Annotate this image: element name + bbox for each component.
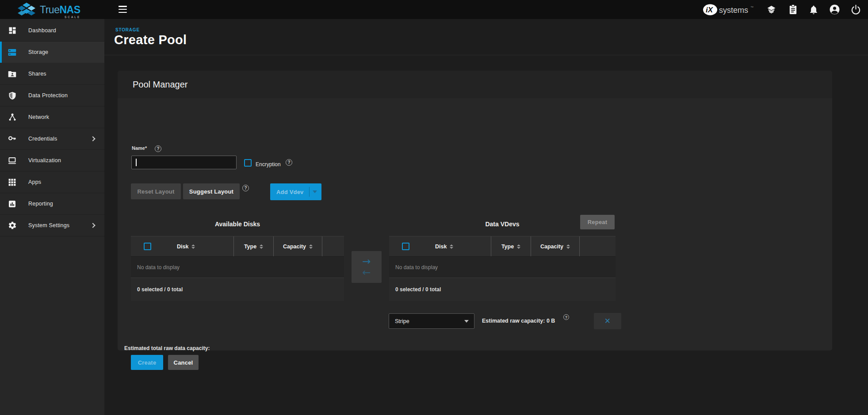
table-header-row: Disk Type Capacity <box>389 236 616 256</box>
storage-icon <box>8 48 17 57</box>
reporting-chart-icon <box>8 199 17 209</box>
sidebar-item-label: Data Protection <box>28 92 68 99</box>
move-right-arrow-button[interactable]: → <box>362 256 371 267</box>
reset-layout-button[interactable]: Reset Layout <box>131 183 181 199</box>
vdev-layout-select[interactable]: Stripe <box>389 313 474 329</box>
remove-vdev-button[interactable]: ✕ <box>594 313 621 329</box>
sort-icon <box>260 244 263 249</box>
shares-folder-icon <box>8 69 17 79</box>
sidebar-item-network[interactable]: Network <box>0 107 104 128</box>
notifications-bell-icon[interactable] <box>809 3 818 16</box>
logo-nas: NAS <box>59 4 80 15</box>
gear-icon <box>8 221 17 230</box>
move-left-arrow-button[interactable]: ← <box>362 267 371 278</box>
sort-icon <box>191 244 195 249</box>
encryption-checkbox[interactable] <box>244 159 252 167</box>
dashboard-icon <box>8 26 17 35</box>
empty-state-row: No data to display <box>389 256 616 278</box>
sidebar-item-dashboard[interactable]: Dashboard <box>0 20 104 42</box>
sidebar-item-label: Apps <box>28 179 41 185</box>
column-header-type[interactable]: Type <box>233 236 273 256</box>
column-header-type[interactable]: Type <box>491 236 531 256</box>
sidebar-item-label: Network <box>28 114 49 120</box>
repeat-button[interactable]: Repeat <box>580 215 615 229</box>
sidebar-item-label: Virtualization <box>28 157 61 164</box>
data-vdevs-title-row: Data VDevs Repeat <box>389 212 616 236</box>
layout-help-icon[interactable] <box>242 185 249 191</box>
main-content: STORAGE Create Pool Pool Manager Name* E… <box>104 19 868 415</box>
logo-true: True <box>40 4 59 15</box>
sort-icon <box>517 244 520 249</box>
logo-scale: SCALE <box>65 16 80 19</box>
card-header: Pool Manager <box>118 71 832 98</box>
truenas-logo-text: TrueNAS SCALE <box>40 2 80 19</box>
available-disks-title: Available Disks <box>215 221 260 228</box>
sidebar-item-data-protection[interactable]: Data Protection <box>0 85 104 107</box>
available-disks-title-row: Available Disks <box>131 212 344 236</box>
sidebar-item-system-settings[interactable]: System Settings <box>0 215 104 236</box>
button-split-divider <box>309 187 310 197</box>
sidebar-item-shares[interactable]: Shares <box>0 63 104 85</box>
text-caret <box>136 159 137 166</box>
power-icon[interactable] <box>851 3 861 16</box>
disk-transfer-controls: → ← <box>352 251 382 283</box>
truenas-logo[interactable]: TrueNAS SCALE <box>17 2 80 19</box>
estimated-total-label: Estimated total raw data capacity: <box>124 345 210 351</box>
encryption-label: Encryption <box>256 161 281 168</box>
capacity-help-icon[interactable] <box>563 314 569 320</box>
pool-manager-card: Pool Manager Name* Encryption Reset Layo… <box>118 71 832 350</box>
svg-text:systems: systems <box>719 5 748 14</box>
sidebar-item-label: Shares <box>28 71 46 77</box>
suggest-layout-button[interactable]: Suggest Layout <box>183 183 240 199</box>
cancel-button[interactable]: Cancel <box>168 355 199 370</box>
table-header-row: Disk Type Capacity <box>131 236 344 256</box>
add-vdev-button[interactable]: Add Vdev <box>270 183 321 200</box>
pool-name-input[interactable] <box>131 156 237 169</box>
estimated-raw-capacity-value: 0 B <box>547 318 555 324</box>
name-field-label: Name* <box>132 145 147 151</box>
chevron-down-icon <box>464 320 469 323</box>
actions-column-header <box>322 236 344 256</box>
select-all-cell <box>389 236 422 256</box>
sidebar: Dashboard Storage Shares Data Pr <box>0 19 104 415</box>
apps-grid-icon <box>8 178 17 187</box>
selection-summary: 0 selected / 0 total <box>131 278 344 301</box>
sidebar-item-label: Storage <box>28 49 48 55</box>
topbar: TrueNAS SCALE iX systems ™ <box>0 0 868 19</box>
chevron-down-icon <box>313 190 317 193</box>
menu-toggle-button[interactable] <box>119 6 127 13</box>
vdev-layout-value: Stripe <box>395 318 409 324</box>
sort-icon <box>309 244 313 249</box>
create-button[interactable]: Create <box>131 355 163 370</box>
select-all-cell <box>131 236 164 256</box>
breadcrumb-storage[interactable]: STORAGE <box>115 27 140 32</box>
card-title: Pool Manager <box>133 80 188 90</box>
key-icon <box>8 134 17 144</box>
actions-column-header <box>579 236 616 256</box>
sidebar-item-apps[interactable]: Apps <box>0 171 104 193</box>
add-vdev-label: Add Vdev <box>276 189 304 195</box>
menu-icon <box>119 6 127 7</box>
select-all-checkbox[interactable] <box>144 243 151 250</box>
column-header-disk[interactable]: Disk <box>164 236 233 256</box>
sidebar-item-label: Dashboard <box>28 27 56 34</box>
data-vdevs-table: Data VDevs Repeat Disk Type <box>389 212 616 301</box>
select-all-checkbox[interactable] <box>402 243 409 250</box>
card-body: Name* Encryption Reset Layout Suggest La… <box>118 98 832 350</box>
jobs-clipboard-icon[interactable] <box>788 3 798 16</box>
column-header-disk[interactable]: Disk <box>422 236 491 256</box>
encryption-help-icon[interactable] <box>286 159 292 166</box>
shield-icon <box>8 91 17 100</box>
chevron-right-icon <box>90 223 95 228</box>
sidebar-item-virtualization[interactable]: Virtualization <box>0 150 104 171</box>
user-account-icon[interactable] <box>829 3 840 16</box>
column-header-capacity[interactable]: Capacity <box>531 236 579 256</box>
name-help-icon[interactable] <box>155 145 161 152</box>
sidebar-item-storage[interactable]: Storage <box>0 42 104 63</box>
truenas-logo-icon <box>17 2 36 17</box>
sidebar-item-credentials[interactable]: Credentials <box>0 128 104 150</box>
estimated-raw-capacity: Estimated raw capacity: 0 B <box>482 318 555 324</box>
column-header-capacity[interactable]: Capacity <box>273 236 322 256</box>
truecommand-icon[interactable] <box>765 3 777 16</box>
sidebar-item-reporting[interactable]: Reporting <box>0 193 104 215</box>
